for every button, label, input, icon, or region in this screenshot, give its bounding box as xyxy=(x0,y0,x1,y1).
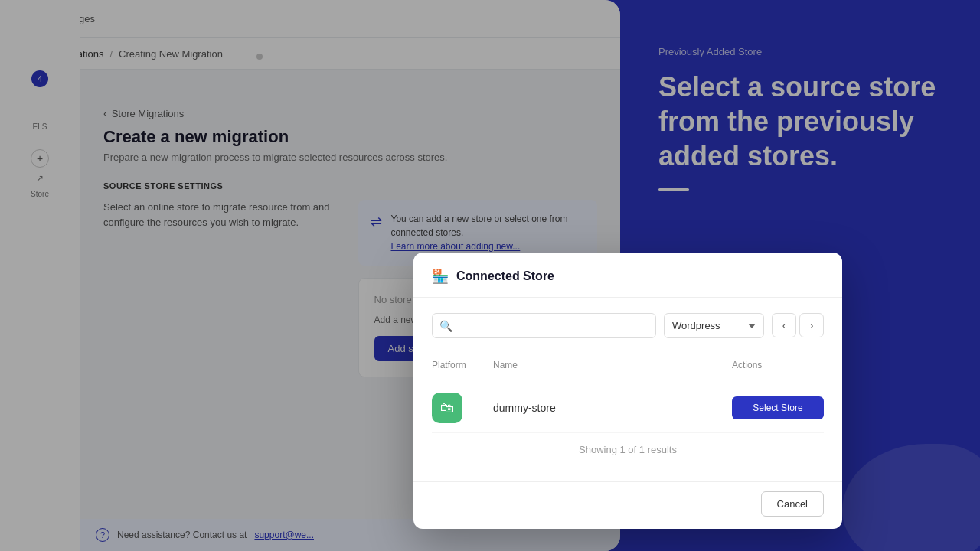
modal-connected-store: 🏪 Connected Store 🔍 Wordpress Shopify Wo… xyxy=(413,253,842,529)
search-icon: 🔍 xyxy=(439,320,452,332)
modal-store-icon: 🏪 xyxy=(432,268,449,285)
cancel-button[interactable]: Cancel xyxy=(761,491,824,517)
results-text: Showing 1 of 1 results xyxy=(432,433,824,466)
platform-select[interactable]: Wordpress Shopify WooCommerce xyxy=(664,313,764,338)
modal-overlay[interactable]: 🏪 Connected Store 🔍 Wordpress Shopify Wo… xyxy=(0,0,980,551)
select-store-button[interactable]: Select Store xyxy=(732,396,824,419)
col-name-label: Name xyxy=(493,360,732,370)
table-row: 🛍 dummy-store Select Store xyxy=(432,383,824,433)
modal-title: Connected Store xyxy=(456,269,554,283)
nav-buttons: ‹ › xyxy=(772,313,824,338)
search-input[interactable] xyxy=(432,313,656,338)
prev-page-button[interactable]: ‹ xyxy=(772,313,796,337)
modal-footer: Cancel xyxy=(413,481,842,529)
modal-body: 🔍 Wordpress Shopify WooCommerce ‹ › Plat… xyxy=(413,298,842,481)
store-logo: 🛍 xyxy=(432,393,462,423)
search-input-wrap: 🔍 xyxy=(432,313,656,338)
col-actions-label: Actions xyxy=(732,360,824,370)
next-page-button[interactable]: › xyxy=(799,313,824,337)
store-name: dummy-store xyxy=(493,402,732,414)
table-header: Platform Name Actions xyxy=(432,354,824,377)
col-platform-label: Platform xyxy=(432,360,493,370)
search-filter-row: 🔍 Wordpress Shopify WooCommerce ‹ › xyxy=(432,313,824,338)
modal-header: 🏪 Connected Store xyxy=(413,253,842,298)
